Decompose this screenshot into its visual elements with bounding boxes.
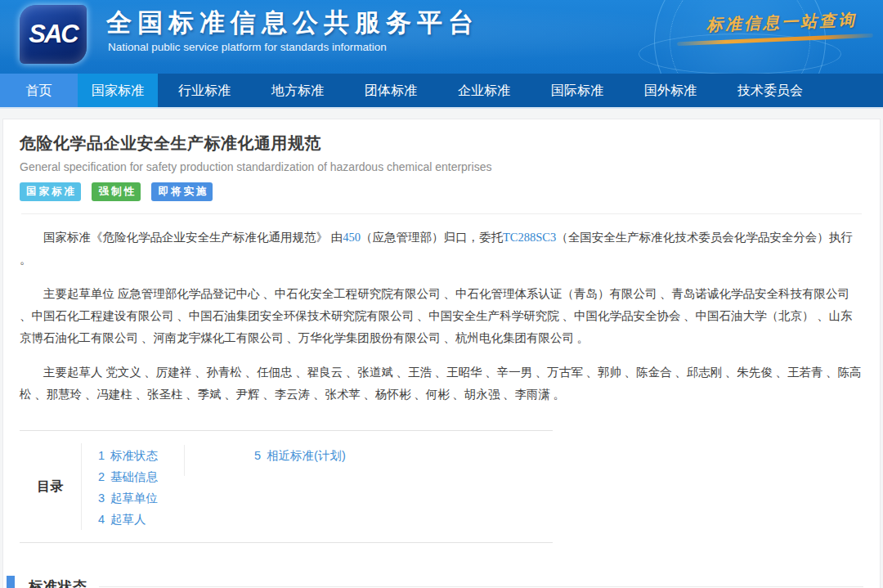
status-section-heading: 标准状态 — [7, 576, 863, 588]
toc-column-2: 5相近标准(计划) — [185, 443, 346, 530]
standard-title-zh: 危险化学品企业安全生产标准化通用规范 — [20, 132, 863, 155]
nav-item-international-standards[interactable]: 国际标准 — [531, 74, 624, 107]
nav-item-technical-committees[interactable]: 技术委员会 — [717, 74, 823, 107]
nav-item-group-standards[interactable]: 团体标准 — [344, 74, 437, 107]
platform-title: 全国标准信息公共服务平台 — [106, 6, 479, 40]
department-code-link[interactable]: 450 — [343, 231, 361, 244]
toc-item-standard-status[interactable]: 1标准状态 — [98, 445, 184, 466]
nav-item-national-standards[interactable]: 国家标准 — [78, 74, 158, 107]
sac-logo-text: SAC — [29, 20, 77, 49]
nav-item-home[interactable]: 首页 — [0, 74, 78, 107]
platform-subtitle: National public service platform for sta… — [108, 41, 387, 53]
main-nav: 首页 国家标准 行业标准 地方标准 团体标准 企业标准 国际标准 国外标准 技术… — [0, 74, 883, 109]
nav-item-foreign-standards[interactable]: 国外标准 — [624, 74, 717, 107]
toc-item-label: 标准状态 — [110, 449, 158, 462]
standard-title-en: General specification for safety product… — [20, 160, 863, 173]
toc-label: 目录 — [20, 443, 82, 530]
badge-row: 国家标准 强制性 即将实施 — [20, 182, 863, 201]
toc-item-label: 起草单位 — [110, 491, 158, 505]
intro-paragraph: 国家标准《危险化学品企业安全生产标准化通用规范》 由450（应急管理部）归口，委… — [20, 227, 863, 271]
toc-column-1: 1标准状态 2基础信息 3起草单位 4起草人 — [98, 443, 184, 530]
sac-logo[interactable]: SAC — [20, 5, 87, 64]
section-title: 标准状态 — [29, 577, 87, 588]
toc-item-label: 起草人 — [110, 513, 146, 526]
nav-item-industry-standards[interactable]: 行业标准 — [158, 74, 251, 107]
toc-item-basic-info[interactable]: 2基础信息 — [98, 466, 184, 487]
toc-item-number: 2 — [98, 470, 105, 483]
drafters-paragraph: 主要起草人 党文义 、厉建祥 、孙青松 、任佃忠 、翟良云 、张道斌 、王浩 、… — [20, 361, 863, 406]
header-slogan: 标准信息一站查询 — [706, 9, 858, 36]
badge-upcoming-implementation: 即将实施 — [151, 182, 213, 201]
toc-item-drafters[interactable]: 4起草人 — [98, 509, 184, 530]
toc-item-number: 5 — [254, 449, 261, 462]
nav-item-enterprise-standards[interactable]: 企业标准 — [437, 74, 531, 107]
section-rule — [99, 586, 863, 587]
nav-item-local-standards[interactable]: 地方标准 — [251, 74, 344, 107]
intro-text-2: （应急管理部）归口，委托 — [361, 231, 503, 244]
section-accent-bar — [7, 576, 15, 588]
site-header: SAC 全国标准信息公共服务平台 National public service… — [0, 0, 883, 74]
toc-item-number: 4 — [98, 513, 105, 526]
title-divider — [21, 213, 862, 214]
intro-text-1: 国家标准《危险化学品企业安全生产标准化通用规范》 由 — [43, 231, 343, 244]
toc-item-drafting-units[interactable]: 3起草单位 — [98, 487, 184, 509]
badge-national-standard: 国家标准 — [20, 182, 81, 201]
technical-committee-link[interactable]: TC288SC3 — [503, 231, 556, 244]
drafting-units-paragraph: 主要起草单位 应急管理部化学品登记中心 、中石化安全工程研究院有限公司 、中石化… — [20, 283, 863, 349]
standard-detail-card: 危险化学品企业安全生产标准化通用规范 General specification… — [2, 119, 881, 588]
toc-item-label: 基础信息 — [110, 470, 158, 483]
toc-box: 目录 1标准状态 2基础信息 3起草单位 4起草人 5相近标准(计划) — [20, 430, 553, 543]
toc-item-number: 3 — [98, 491, 105, 505]
toc-item-number: 1 — [98, 449, 105, 462]
toc-item-similar-standards[interactable]: 5相近标准(计划) — [254, 445, 346, 466]
badge-mandatory: 强制性 — [92, 182, 141, 201]
toc-item-label: 相近标准(计划) — [267, 449, 346, 462]
